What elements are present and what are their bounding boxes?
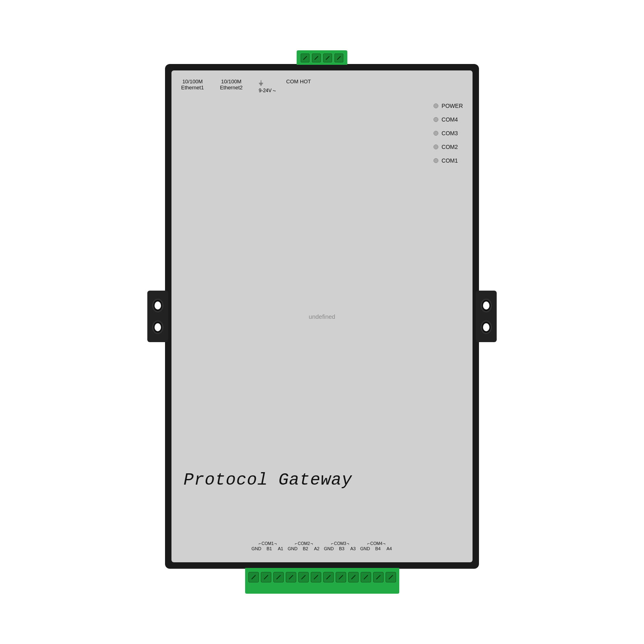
product-name: Protocol Gateway: [184, 471, 352, 490]
led-com2-label: COM2: [442, 144, 458, 150]
terminal-top: [297, 50, 347, 65]
voltage-label: 9-24V ⏦: [259, 88, 276, 93]
terminal-bottom-screw-10: [361, 572, 371, 582]
com2-pin-gnd: GND: [287, 546, 298, 551]
com3-bracket-close: ¬: [347, 541, 349, 546]
com4-pin-gnd: GND: [360, 546, 370, 551]
terminal-bottom-screw-6: [311, 572, 321, 582]
led-row-com1: COM1: [433, 157, 463, 164]
terminal-bottom-screw-8: [336, 572, 346, 582]
bracket-right: [476, 291, 497, 342]
com1-group: ⌐ COM1 ¬ GND B1 A1: [251, 541, 284, 551]
com-hot-text: COM HOT: [286, 78, 311, 85]
terminal-bottom-screw-2: [261, 572, 271, 582]
bracket-hole-right-bottom: [481, 320, 492, 334]
terminal-bottom-screw-4: [286, 572, 296, 582]
com3-pin-b3: B3: [338, 546, 345, 551]
ground-symbol-icon: ⏚: [259, 78, 276, 87]
com3-header: ⌐ COM3 ¬: [331, 541, 349, 546]
terminal-bottom-screw-12: [386, 572, 396, 582]
com1-bracket-close: ¬: [274, 541, 277, 546]
terminal-bottom-screw-11: [373, 572, 384, 582]
ethernet1-speed: 10/100M: [182, 78, 203, 85]
terminal-bottom-screw-9: [348, 572, 359, 582]
led-power: [433, 103, 438, 108]
com4-pin-b4: B4: [374, 546, 382, 551]
terminal-bottom-body: [245, 586, 399, 594]
bracket-hole-left-top: [152, 299, 163, 312]
com1-pin-b1: B1: [266, 546, 273, 551]
ethernet2-name: Ethernet2: [220, 85, 242, 91]
com1-header: ⌐ COM1 ¬: [259, 541, 277, 546]
com3-bracket-open: ⌐: [331, 541, 334, 546]
led-com1: [433, 158, 438, 163]
com4-bracket-close: ¬: [383, 541, 385, 546]
com2-header: ⌐ COM2 ¬: [295, 541, 313, 546]
com3-pin-a3: A3: [349, 546, 357, 551]
com4-pins: GND B4 A4: [360, 546, 393, 551]
terminal-bottom-row: [245, 568, 399, 586]
bracket-hole-left-bottom: [152, 320, 163, 334]
led-row-power: POWER: [433, 103, 463, 109]
terminal-bottom-screw-1: [248, 572, 259, 582]
com2-bracket-close: ¬: [310, 541, 313, 546]
led-com1-label: COM1: [442, 157, 458, 164]
terminal-top-screw-1: [301, 54, 310, 62]
ethernet2-label: 10/100M Ethernet2: [220, 78, 242, 91]
faceplate: 10/100M Ethernet1 10/100M Ethernet2 ⏚ 9-…: [171, 70, 473, 562]
bottom-com-labels: ⌐ COM1 ¬ GND B1 A1 ⌐ COM2 ¬: [171, 541, 473, 551]
terminal-top-screw-3: [323, 54, 332, 62]
led-com3-label: COM3: [442, 130, 458, 136]
com4-group: ⌐ COM4 ¬ GND B4 A4: [360, 541, 393, 551]
com2-pins: GND B2 A2: [287, 546, 320, 551]
led-row-com3: COM3: [433, 130, 463, 136]
com3-pins: GND B3 A3: [324, 546, 357, 551]
led-com3: [433, 131, 438, 136]
bracket-hole-right-top: [481, 299, 492, 312]
com4-title: COM4: [370, 541, 382, 546]
terminal-bottom-screw-5: [298, 572, 309, 582]
terminal-bottom-screw-7: [323, 572, 334, 582]
top-labels: 10/100M Ethernet1 10/100M Ethernet2 ⏚ 9-…: [181, 78, 463, 93]
com2-pin-b2: B2: [302, 546, 309, 551]
led-com4-label: COM4: [442, 116, 458, 123]
ethernet1-label: 10/100M Ethernet1: [181, 78, 204, 91]
com-hot-label: COM HOT: [286, 78, 311, 85]
ethernet1-name: Ethernet1: [181, 85, 204, 91]
com4-pin-a4: A4: [386, 546, 393, 551]
led-power-label: POWER: [442, 103, 463, 109]
com2-pin-a2: A2: [313, 546, 320, 551]
com2-title: COM2: [298, 541, 310, 546]
com4-bracket-open: ⌐: [367, 541, 370, 546]
terminal-top-screw-2: [312, 54, 321, 62]
com1-pins: GND B1 A1: [251, 546, 284, 551]
device-container: 10/100M Ethernet1 10/100M Ethernet2 ⏚ 9-…: [165, 50, 479, 594]
bracket-left: [147, 291, 168, 342]
led-panel: POWER COM4 COM3 COM2 COM1: [433, 103, 463, 164]
led-row-com4: COM4: [433, 116, 463, 123]
ethernet2-speed: 10/100M: [221, 78, 242, 85]
terminal-bottom: [245, 568, 399, 594]
com1-title: COM1: [262, 541, 274, 546]
com1-bracket-open: ⌐: [259, 541, 261, 546]
device-housing: 10/100M Ethernet1 10/100M Ethernet2 ⏚ 9-…: [165, 64, 479, 569]
power-label-group: ⏚ 9-24V ⏦: [259, 78, 276, 93]
com4-header: ⌐ COM4 ¬: [367, 541, 386, 546]
terminal-bottom-screw-3: [273, 572, 284, 582]
com2-bracket-open: ⌐: [295, 541, 297, 546]
com2-group: ⌐ COM2 ¬ GND B2 A2: [287, 541, 320, 551]
com1-pin-gnd: GND: [251, 546, 262, 551]
com3-title: COM3: [334, 541, 346, 546]
com3-group: ⌐ COM3 ¬ GND B3 A3: [324, 541, 357, 551]
terminal-top-screw-4: [334, 54, 343, 62]
led-row-com2: COM2: [433, 144, 463, 150]
led-com2: [433, 144, 438, 149]
center-text: undefined: [309, 313, 335, 320]
com1-pin-a1: A1: [277, 546, 284, 551]
com3-pin-gnd: GND: [324, 546, 334, 551]
led-com4: [433, 117, 438, 122]
